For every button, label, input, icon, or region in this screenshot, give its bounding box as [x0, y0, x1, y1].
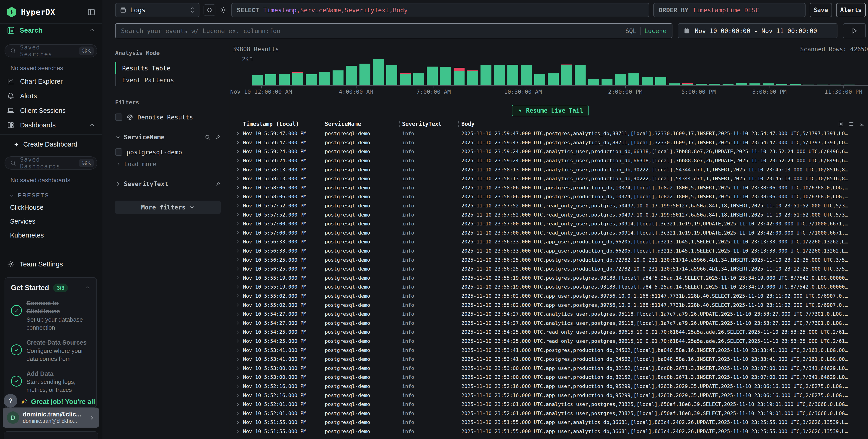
expand-row-icon[interactable]: [232, 167, 243, 172]
column-resize-handle[interactable]: [399, 121, 402, 127]
expand-row-icon[interactable]: [232, 384, 243, 388]
table-row[interactable]: Nov 10 5:54:27.000 PMpostgresql-demoinfo…: [232, 318, 868, 327]
table-row[interactable]: Nov 10 5:53:00.000 PMpostgresql-demoinfo…: [232, 364, 868, 373]
filter-group-severitytext[interactable]: SeverityText: [115, 180, 221, 187]
more-filters-button[interactable]: More filters: [115, 200, 221, 214]
expand-row-icon[interactable]: [232, 285, 243, 289]
events-histogram[interactable]: 2K Nov 10 12:00:00 AM4:00:00 AM7:00:00 A…: [244, 58, 868, 96]
mode-results-table[interactable]: Results Table: [115, 62, 221, 74]
preset-item-clickhouse[interactable]: ClickHouse: [0, 200, 102, 215]
table-row[interactable]: Nov 10 5:52:16.000 PMpostgresql-demoinfo…: [232, 391, 868, 400]
expand-row-icon[interactable]: [232, 321, 243, 325]
table-row[interactable]: Nov 10 5:56:25.000 PMpostgresql-demoinfo…: [232, 255, 868, 264]
col-header-severitytext[interactable]: SeverityText: [402, 121, 458, 127]
orderby-input[interactable]: ORDER BY TimestampTime DESC: [653, 3, 806, 17]
save-button[interactable]: Save: [810, 3, 832, 17]
table-row[interactable]: Nov 10 5:59:24.000 PMpostgresql-demoinfo…: [232, 147, 868, 156]
expand-row-icon[interactable]: [232, 357, 243, 362]
expand-row-icon[interactable]: [232, 366, 243, 370]
expand-row-icon[interactable]: [232, 267, 243, 271]
table-row[interactable]: Nov 10 5:58:06.000 PMpostgresql-demoinfo…: [232, 183, 868, 192]
column-resize-handle[interactable]: [321, 121, 325, 127]
table-row[interactable]: Nov 10 5:53:41.000 PMpostgresql-demoinfo…: [232, 346, 868, 355]
load-more-button[interactable]: Load more: [115, 161, 221, 167]
download-icon[interactable]: [859, 121, 865, 127]
expand-row-icon[interactable]: [232, 131, 243, 136]
get-started-item[interactable]: Add Data Start sending logs, metrics, or…: [11, 370, 91, 394]
table-row[interactable]: Nov 10 5:51:55.000 PMpostgresql-demoinfo…: [232, 427, 868, 436]
col-header-servicename[interactable]: ServiceName: [325, 121, 399, 127]
saved-dashboards-input[interactable]: Saved Dashboards ⌘K: [5, 156, 97, 169]
mode-event-patterns[interactable]: Event Patterns: [115, 74, 221, 86]
checkbox[interactable]: [115, 114, 122, 121]
table-row[interactable]: Nov 10 5:51:55.000 PMpostgresql-demoinfo…: [232, 418, 868, 427]
expand-row-icon[interactable]: [232, 375, 243, 379]
expand-row-icon[interactable]: [232, 293, 243, 298]
expand-row-icon[interactable]: [232, 230, 243, 235]
expand-row-icon[interactable]: [232, 240, 243, 244]
expand-row-icon[interactable]: [232, 393, 243, 398]
table-row[interactable]: Nov 10 5:55:02.000 PMpostgresql-demoinfo…: [232, 301, 868, 310]
chevron-up-icon[interactable]: [85, 285, 91, 291]
preset-item-kubernetes[interactable]: Kubernetes: [0, 228, 102, 242]
table-row[interactable]: Nov 10 5:57:52.000 PMpostgresql-demoinfo…: [232, 201, 868, 210]
row-density-icon[interactable]: [848, 121, 854, 127]
preset-item-services[interactable]: Services: [0, 215, 102, 228]
language-toggle-sql[interactable]: SQL: [625, 27, 637, 34]
pin-icon[interactable]: [215, 181, 221, 187]
sidebar-item-team-settings[interactable]: Team Settings: [0, 257, 102, 272]
sidebar-item-client-sessions[interactable]: Client Sessions: [0, 103, 102, 118]
expand-row-icon[interactable]: [232, 411, 243, 415]
search-input[interactable]: Search your events w/ Lucene ex. column:…: [115, 23, 673, 38]
run-search-button[interactable]: [843, 23, 866, 38]
checkbox[interactable]: [115, 148, 122, 156]
table-row[interactable]: Nov 10 5:57:52.000 PMpostgresql-demoinfo…: [232, 210, 868, 219]
table-row[interactable]: Nov 10 5:58:06.000 PMpostgresql-demoinfo…: [232, 192, 868, 201]
table-row[interactable]: Nov 10 5:57:00.000 PMpostgresql-demoinfo…: [232, 219, 868, 228]
histogram-bars[interactable]: [252, 58, 868, 86]
create-dashboard-button[interactable]: Create Dashboard: [0, 135, 102, 150]
expand-row-icon[interactable]: [232, 185, 243, 190]
expand-row-icon[interactable]: [232, 303, 243, 307]
user-account-button[interactable]: D dominic.tran@clic... dominic.tran@clic…: [3, 408, 99, 428]
table-row[interactable]: Nov 10 5:59:47.000 PMpostgresql-demoinfo…: [232, 138, 868, 147]
panel-toggle-icon[interactable]: [87, 8, 95, 16]
expand-row-icon[interactable]: [232, 194, 243, 199]
sidebar-item-search[interactable]: Search: [0, 23, 102, 37]
table-row[interactable]: Nov 10 5:52:01.000 PMpostgresql-demoinfo…: [232, 409, 868, 418]
table-row[interactable]: Nov 10 5:58:13.000 PMpostgresql-demoinfo…: [232, 174, 868, 183]
table-row[interactable]: Nov 10 5:52:01.000 PMpostgresql-demoinfo…: [232, 400, 868, 409]
expand-row-icon[interactable]: [232, 429, 243, 434]
expand-row-icon[interactable]: [232, 257, 243, 262]
service-option-postgresql-demo[interactable]: postgresql-demo: [115, 148, 221, 156]
table-row[interactable]: Nov 10 5:54:25.000 PMpostgresql-demoinfo…: [232, 327, 868, 337]
sidebar-item-chart-explorer[interactable]: Chart Explorer: [0, 74, 102, 89]
date-range-picker[interactable]: Nov 10 00:00:00 - Nov 11 00:00:00: [678, 23, 837, 38]
presets-header[interactable]: PRESETS: [0, 186, 102, 200]
expand-row-icon[interactable]: [232, 330, 243, 334]
get-started-item[interactable]: Connect to ClickHouse Set up your databa…: [11, 299, 91, 332]
expand-row-icon[interactable]: [232, 312, 243, 316]
table-row[interactable]: Nov 10 5:55:19.000 PMpostgresql-demoinfo…: [232, 274, 868, 283]
expand-row-icon[interactable]: [232, 420, 243, 425]
select-clause-input[interactable]: SELECT Timestamp,ServiceName,SeverityTex…: [231, 3, 649, 17]
sidebar-item-dashboards[interactable]: Dashboards: [0, 118, 102, 132]
table-row[interactable]: Nov 10 5:54:27.000 PMpostgresql-demoinfo…: [232, 310, 868, 319]
source-select[interactable]: Logs: [115, 3, 199, 17]
alerts-button[interactable]: Alerts: [836, 3, 866, 17]
table-row[interactable]: Nov 10 5:56:33.000 PMpostgresql-demoinfo…: [232, 246, 868, 255]
expand-row-icon[interactable]: [232, 339, 243, 343]
col-header-timestamp[interactable]: Timestamp (Local): [243, 121, 321, 127]
query-settings-gear-icon[interactable]: [219, 6, 227, 14]
expand-row-icon[interactable]: [232, 402, 243, 407]
saved-searches-input[interactable]: Saved Searches ⌘K: [5, 44, 97, 57]
search-icon[interactable]: [205, 134, 211, 140]
table-row[interactable]: Nov 10 5:53:00.000 PMpostgresql-demoinfo…: [232, 373, 868, 382]
table-row[interactable]: Nov 10 5:57:00.000 PMpostgresql-demoinfo…: [232, 228, 868, 238]
language-toggle-lucene[interactable]: Lucene: [644, 27, 666, 34]
resume-live-tail-button[interactable]: Resume Live Tail: [512, 105, 589, 116]
expand-row-icon[interactable]: [232, 249, 243, 253]
expand-row-icon[interactable]: [232, 222, 243, 226]
expand-row-icon[interactable]: [232, 177, 243, 181]
column-resize-handle[interactable]: [458, 121, 461, 127]
